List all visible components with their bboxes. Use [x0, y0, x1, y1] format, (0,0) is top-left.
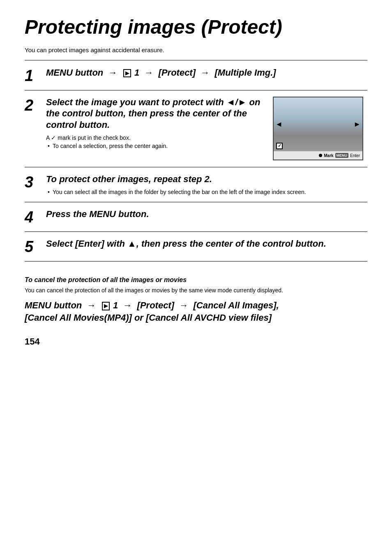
cancel-section: To cancel the protection of all the imag…: [25, 270, 367, 324]
checkbox-check-icon: ✓: [278, 143, 281, 148]
right-arrow-icon: ►: [353, 120, 361, 128]
left-arrow-icon: ◄: [275, 120, 283, 128]
camera-footer: Mark MENU Enter: [274, 151, 362, 160]
step4-heading: Press the MENU button.: [46, 209, 149, 219]
step1-section: 1 MENU button → ▶ 1 → [Protect] → [Multi…: [25, 60, 367, 90]
step5-heading: Select [Enter] with ▲, then press the ce…: [46, 238, 326, 249]
cancel-menu-path: MENU button → ▶ 1 → [Protect] → [Cancel …: [25, 299, 367, 324]
step2-number: 2: [25, 97, 46, 113]
step1-number: 1: [25, 68, 46, 83]
step1-heading: MENU button → ▶ 1 → [Protect] → [Multipl…: [46, 67, 276, 78]
camera-screen-container: ◄ ► ✓ Mark MENU Enter: [273, 97, 367, 160]
step2-note: A ✓ mark is put in the check box.: [46, 134, 265, 141]
camera-screen: ◄ ► ✓ Mark MENU Enter: [273, 97, 363, 160]
step5-section: 5 Select [Enter] with ▲, then press the …: [25, 231, 367, 261]
step3-number: 3: [25, 174, 46, 190]
camera-checkbox: ✓: [276, 143, 283, 149]
cancel-heading: To cancel the protection of all the imag…: [25, 276, 367, 284]
step3-heading: To protect other images, repeat step 2.: [46, 174, 367, 185]
intro-text: You can protect images against accidenta…: [25, 46, 367, 53]
cancel-text: You can cancel the protection of all the…: [25, 287, 367, 294]
dot-icon: [319, 154, 322, 157]
step4-section: 4 Press the MENU button.: [25, 202, 367, 232]
mark-label: Mark: [324, 153, 333, 158]
camera-image: ◄ ► ✓: [274, 97, 362, 151]
step3-bullet: You can select all the images in the fol…: [46, 189, 367, 195]
step3-section: 3 To protect other images, repeat step 2…: [25, 167, 367, 203]
page-number: 154: [25, 336, 367, 347]
step2-heading: Select the image you want to protect wit…: [46, 97, 265, 131]
menu-label: MENU: [335, 153, 349, 158]
page-title: Protecting images (Protect): [25, 16, 367, 38]
enter-label: Enter: [350, 153, 360, 158]
step2-bullet: To cancel a selection, press the center …: [46, 143, 265, 149]
step2-section: 2 Select the image you want to protect w…: [25, 90, 367, 167]
step4-number: 4: [25, 209, 46, 225]
step5-number: 5: [25, 239, 46, 255]
